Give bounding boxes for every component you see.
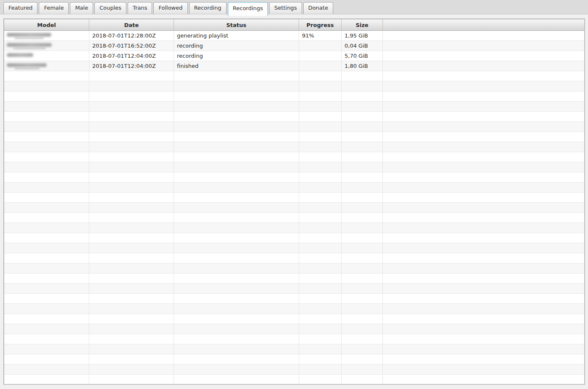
table-row-empty[interactable] xyxy=(4,274,584,284)
cell-extra xyxy=(383,152,584,162)
cell-model xyxy=(4,344,89,354)
cell-status xyxy=(174,243,299,253)
cell-size xyxy=(342,304,383,314)
table-row[interactable]: 2018-07-01T12:04:00Zfinished1,80 GiB xyxy=(4,61,584,71)
tab-featured[interactable]: Featured xyxy=(3,2,37,14)
cell-extra xyxy=(383,213,584,223)
cell-status: recording xyxy=(174,51,299,61)
table-row-empty[interactable] xyxy=(4,354,584,365)
table-row-empty[interactable] xyxy=(4,193,584,203)
cell-model xyxy=(4,132,89,142)
table-row-empty[interactable] xyxy=(4,284,584,294)
column-header-extra[interactable] xyxy=(383,19,584,30)
table-row-empty[interactable] xyxy=(4,334,584,344)
table-row[interactable]: 2018-07-01T12:28:00Zgenerating playlist9… xyxy=(4,31,584,41)
tab-couples[interactable]: Couples xyxy=(94,2,126,14)
tab-settings[interactable]: Settings xyxy=(269,2,302,14)
column-header-progress[interactable]: Progress xyxy=(299,19,342,30)
cell-status xyxy=(174,102,299,111)
table-row-empty[interactable] xyxy=(4,71,584,81)
cell-status xyxy=(174,375,299,384)
table-row-empty[interactable] xyxy=(4,253,584,263)
cell-size xyxy=(342,324,383,334)
column-header-size[interactable]: Size xyxy=(342,19,383,30)
table-row-empty[interactable] xyxy=(4,203,584,213)
table-row[interactable]: 2018-07-01T16:52:00Zrecording0,04 GiB xyxy=(4,41,584,51)
cell-progress xyxy=(299,152,342,162)
cell-size xyxy=(342,122,383,131)
table-row-empty[interactable] xyxy=(4,233,584,243)
tab-recording[interactable]: Recording xyxy=(189,2,227,14)
cell-size xyxy=(342,334,383,344)
tab-recordings[interactable]: Recordings xyxy=(228,2,268,16)
table-row-empty[interactable] xyxy=(4,243,584,253)
cell-size xyxy=(342,243,383,253)
tab-male[interactable]: Male xyxy=(70,2,93,14)
cell-status xyxy=(174,233,299,243)
cell-size xyxy=(342,314,383,324)
cell-status xyxy=(174,203,299,212)
cell-model xyxy=(4,274,89,283)
table-row-empty[interactable] xyxy=(4,314,584,324)
cell-status xyxy=(174,344,299,354)
cell-status xyxy=(174,81,299,91)
table-row-empty[interactable] xyxy=(4,81,584,91)
redaction-blur xyxy=(7,63,47,67)
table-row-empty[interactable] xyxy=(4,344,584,354)
tab-donate[interactable]: Donate xyxy=(303,2,333,14)
cell-extra xyxy=(383,31,584,40)
cell-date xyxy=(89,223,174,233)
table-row-empty[interactable] xyxy=(4,375,584,385)
cell-size xyxy=(342,274,383,283)
cell-date xyxy=(89,71,174,81)
cell-extra xyxy=(383,51,584,61)
table-row-empty[interactable] xyxy=(4,304,584,314)
cell-size xyxy=(342,375,383,384)
cell-status: finished xyxy=(174,61,299,71)
table-row-empty[interactable] xyxy=(4,223,584,233)
table-row-empty[interactable] xyxy=(4,91,584,102)
cell-progress xyxy=(299,253,342,263)
cell-date xyxy=(89,142,174,152)
table-row-empty[interactable] xyxy=(4,162,584,172)
table-row[interactable]: 2018-07-01T12:04:00Zrecording5,70 GiB xyxy=(4,51,584,61)
column-header-model[interactable]: Model xyxy=(4,19,89,30)
tab-trans[interactable]: Trans xyxy=(128,2,152,14)
table-row-empty[interactable] xyxy=(4,182,584,193)
table-row-empty[interactable] xyxy=(4,132,584,142)
table-row-empty[interactable] xyxy=(4,112,584,122)
cell-status xyxy=(174,294,299,303)
table-row-empty[interactable] xyxy=(4,365,584,375)
cell-date xyxy=(89,294,174,303)
table-row-empty[interactable] xyxy=(4,213,584,223)
column-header-status[interactable]: Status xyxy=(174,19,299,30)
cell-size xyxy=(342,263,383,273)
cell-extra xyxy=(383,142,584,152)
table-row-empty[interactable] xyxy=(4,172,584,182)
cell-model xyxy=(4,193,89,202)
cell-extra xyxy=(383,334,584,344)
cell-date xyxy=(89,233,174,243)
table-row-empty[interactable] xyxy=(4,122,584,132)
cell-extra xyxy=(383,91,584,101)
tab-female[interactable]: Female xyxy=(39,2,69,14)
cell-date xyxy=(89,324,174,334)
cell-progress xyxy=(299,304,342,314)
cell-date xyxy=(89,354,174,364)
table-row-empty[interactable] xyxy=(4,152,584,162)
column-header-date[interactable]: Date xyxy=(89,19,174,30)
cell-model xyxy=(4,162,89,172)
cell-model xyxy=(4,102,89,111)
table-row-empty[interactable] xyxy=(4,102,584,112)
table-row-empty[interactable] xyxy=(4,324,584,334)
cell-model xyxy=(4,243,89,253)
tab-followed[interactable]: Followed xyxy=(153,2,187,14)
cell-model xyxy=(4,213,89,223)
cell-size xyxy=(342,203,383,212)
table-row-empty[interactable] xyxy=(4,142,584,152)
cell-date xyxy=(89,172,174,182)
table-row-empty[interactable] xyxy=(4,294,584,304)
cell-progress xyxy=(299,193,342,202)
cell-status xyxy=(174,172,299,182)
table-row-empty[interactable] xyxy=(4,263,584,274)
